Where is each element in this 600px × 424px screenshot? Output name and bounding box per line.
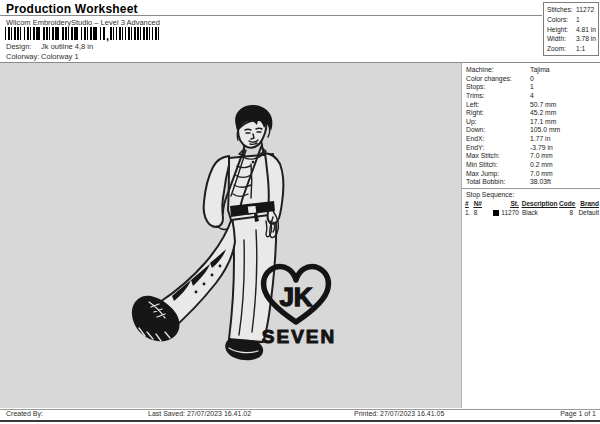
stat-label: Colors: (547, 15, 576, 25)
machine-label: Machine: (466, 66, 530, 75)
machine-label: Trims: (466, 92, 530, 101)
machine-row: Trims:4 (466, 92, 598, 101)
colorway-row: Colorway: Colorway 1 (6, 52, 79, 61)
machine-label: Max Stitch: (466, 152, 530, 161)
machine-row: Max Jump:7.0 mm (466, 170, 598, 179)
machine-value: 7.0 mm (530, 170, 553, 179)
machine-value: 4 (530, 92, 534, 101)
machine-label: Total Bobbin: (466, 178, 530, 187)
footer: Created By: Last Saved: 27/07/2023 16.41… (0, 410, 600, 420)
stat-value: 1 (576, 15, 580, 25)
stat-row: Zoom:1:1 (547, 44, 598, 54)
logo-initials: JK (279, 282, 312, 312)
col-description: Description (522, 200, 558, 207)
col-brand: Brand (580, 200, 599, 207)
stat-label: Height: (547, 25, 576, 35)
barcode-segment-2 (110, 27, 160, 40)
design-value: Jk outline 4,8 in (41, 42, 93, 51)
machine-row: Machine:Tajima (466, 66, 598, 75)
col-num: # (465, 200, 469, 207)
machine-row: EndX:1.77 in (466, 135, 598, 144)
cell-code: 8 (560, 209, 573, 218)
stop-sequence-divider (462, 188, 600, 189)
machine-value: Tajima (530, 66, 550, 75)
machine-info-panel: Machine:Tajima Color changes:0 Stops:1 T… (466, 66, 598, 187)
stat-value: 4.81 in (576, 25, 596, 35)
stat-label: Zoom: (547, 44, 576, 54)
stat-row: Height:4.81 in (547, 25, 598, 35)
created-by-label: Created By: (6, 410, 43, 417)
machine-row: Min Stitch:0.2 mm (466, 161, 598, 170)
cell-needle: 8 (474, 209, 486, 218)
machine-row: Total Bobbin:38.03ft (466, 178, 598, 187)
stat-row: Stitches:11272 (547, 5, 598, 15)
machine-label: Min Stitch: (466, 161, 530, 170)
stat-value: 3.78 in (576, 34, 596, 44)
stat-value: 1:1 (576, 44, 585, 54)
production-worksheet-page: Production Worksheet Wilcom EmbroiderySt… (0, 0, 600, 424)
stop-table-header: # N# St. Description Code Brand (465, 200, 599, 209)
colorway-value: Colorway 1 (41, 52, 79, 61)
page-title: Production Worksheet (6, 2, 138, 16)
machine-value: 1 (530, 83, 534, 92)
last-saved-text: Last Saved: 27/07/2023 16.41.02 (148, 410, 251, 417)
cell-stitches: 11270 (501, 209, 519, 218)
barcode-separator: , (106, 33, 109, 40)
machine-row: Stops:1 (466, 83, 598, 92)
col-needle: N# (474, 200, 482, 207)
design-label: Design: (6, 42, 39, 51)
barcode-segment-1 (5, 27, 105, 40)
machine-value: 105.0 mm (530, 126, 560, 135)
stat-row: Colors:1 (547, 15, 598, 25)
machine-row: Max Stitch:7.0 mm (466, 152, 598, 161)
machine-row: Color changes:0 (466, 75, 598, 84)
machine-row: EndY:-3.79 in (466, 144, 598, 153)
machine-row: Up:17.1 mm (466, 118, 598, 127)
summary-stats-box: Stitches:11272 Colors:1 Height:4.81 in W… (543, 2, 599, 56)
printed-text: Printed: 27/07/2023 16.41.05 (354, 410, 444, 417)
stop-sequence-title: Stop Sequence: (466, 191, 514, 198)
stop-table-row: 1. 8 11270 Black 8 Default (465, 209, 599, 218)
design-preview-area: JK SEVEN (0, 63, 462, 408)
title-divider (0, 15, 542, 16)
machine-label: Down: (466, 126, 530, 135)
embroidery-figure-art: JK SEVEN (125, 80, 365, 370)
machine-label: Left: (466, 101, 530, 110)
software-subtitle: Wilcom EmbroideryStudio – Level 3 Advanc… (6, 18, 160, 27)
machine-value: 50.7 mm (530, 101, 556, 110)
machine-value: 38.03ft (530, 178, 551, 187)
machine-value: 1.77 in (530, 135, 550, 144)
machine-value: 17.1 mm (530, 118, 556, 127)
machine-value: 0.2 mm (530, 161, 553, 170)
cell-description: Black (519, 209, 560, 218)
machine-value: -3.79 in (530, 144, 553, 153)
machine-row: Right:45.2 mm (466, 109, 598, 118)
col-stitches: St. (510, 200, 518, 209)
stat-label: Stitches: (547, 5, 576, 15)
footer-divider-bottom (0, 420, 600, 422)
machine-value: 7.0 mm (530, 152, 553, 161)
machine-row: Down:105.0 mm (466, 126, 598, 135)
machine-label: Up: (466, 118, 530, 127)
cell-num: 1. (465, 209, 474, 218)
thread-color-swatch-icon (493, 210, 499, 216)
barcode-icon: , (5, 27, 160, 40)
machine-row: Left:50.7 mm (466, 101, 598, 110)
machine-label: EndX: (466, 135, 530, 144)
machine-label: Color changes: (466, 75, 530, 84)
page-number: Page 1 of 1 (560, 410, 596, 417)
colorway-label: Colorway: (6, 52, 39, 61)
machine-label: Stops: (466, 83, 530, 92)
logo-word: SEVEN (262, 326, 336, 347)
stop-sequence-table: # N# St. Description Code Brand 1. 8 112… (465, 200, 599, 217)
machine-value: 45.2 mm (530, 109, 556, 118)
stat-label: Width: (547, 34, 576, 44)
stat-value: 11272 (576, 5, 594, 15)
machine-value: 0 (530, 75, 534, 84)
machine-label: EndY: (466, 144, 530, 153)
design-row: Design: Jk outline 4,8 in (6, 42, 93, 51)
cell-brand: Default (573, 209, 599, 218)
machine-label: Right: (466, 109, 530, 118)
stat-row: Width:3.78 in (547, 34, 598, 44)
machine-label: Max Jump: (466, 170, 530, 179)
